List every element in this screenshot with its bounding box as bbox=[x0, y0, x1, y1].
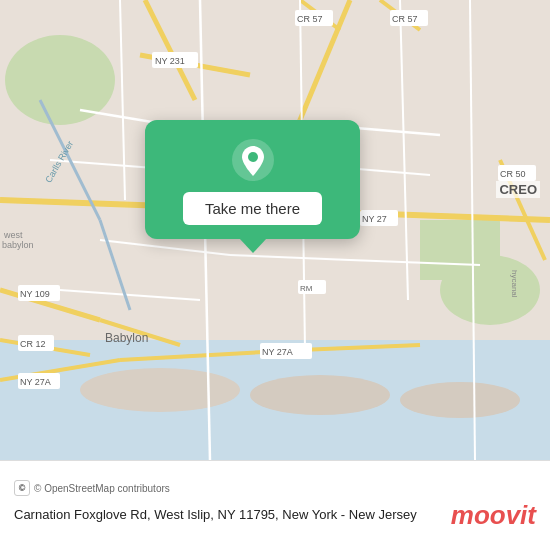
svg-text:NY 27: NY 27 bbox=[362, 214, 387, 224]
svg-text:NY 27A: NY 27A bbox=[20, 377, 51, 387]
svg-point-66 bbox=[248, 152, 258, 162]
map-container: NY 231 CR 57 CR 57 NY 27 CR 50 NY 109 CR… bbox=[0, 0, 550, 460]
svg-text:NY 27A: NY 27A bbox=[262, 347, 293, 357]
svg-text:west: west bbox=[3, 230, 23, 240]
svg-text:NY 109: NY 109 bbox=[20, 289, 50, 299]
svg-text:hycanal: hycanal bbox=[510, 270, 519, 298]
svg-point-2 bbox=[80, 368, 240, 412]
location-popup: Take me there bbox=[145, 120, 360, 239]
address-text: Carnation Foxglove Rd, West Islip, NY 11… bbox=[14, 507, 417, 524]
svg-text:NY 231: NY 231 bbox=[155, 56, 185, 66]
svg-text:babylon: babylon bbox=[2, 240, 34, 250]
svg-text:RM: RM bbox=[300, 284, 313, 293]
location-pin-icon bbox=[231, 138, 275, 182]
creo-watermark: CREO bbox=[496, 181, 540, 198]
openstreetmap-icon: © bbox=[14, 480, 30, 496]
address-row: Carnation Foxglove Rd, West Islip, NY 11… bbox=[14, 500, 536, 531]
svg-point-5 bbox=[5, 35, 115, 125]
take-me-there-button[interactable]: Take me there bbox=[183, 192, 322, 225]
attribution-text: © OpenStreetMap contributors bbox=[34, 483, 170, 494]
svg-point-4 bbox=[400, 382, 520, 418]
svg-point-3 bbox=[250, 375, 390, 415]
map-attribution: © © OpenStreetMap contributors bbox=[14, 480, 536, 496]
svg-text:CR 50: CR 50 bbox=[500, 169, 526, 179]
bottom-bar: © © OpenStreetMap contributors Carnation… bbox=[0, 460, 550, 550]
svg-text:CR 12: CR 12 bbox=[20, 339, 46, 349]
svg-text:Babylon: Babylon bbox=[105, 331, 148, 345]
svg-rect-7 bbox=[420, 220, 500, 280]
svg-text:CR 57: CR 57 bbox=[392, 14, 418, 24]
svg-text:CR 57: CR 57 bbox=[297, 14, 323, 24]
moovit-logo-icon: moovit bbox=[451, 500, 536, 531]
